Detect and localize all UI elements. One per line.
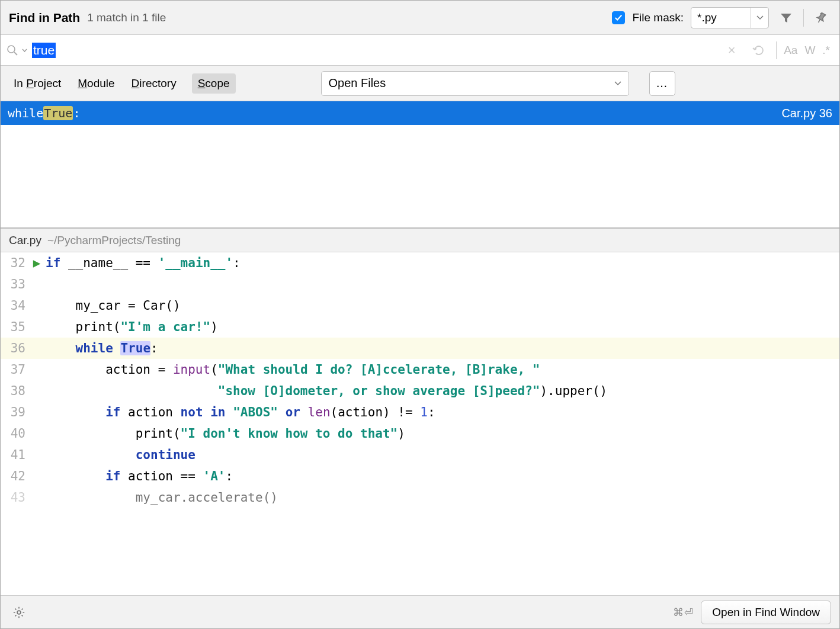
filter-icon[interactable] [776, 8, 796, 28]
result-file: Car.py [781, 107, 816, 120]
preview-filename: Car.py [9, 234, 41, 247]
gear-icon[interactable] [9, 602, 29, 622]
pin-icon[interactable] [811, 8, 831, 28]
results-area [1, 125, 839, 229]
tab-scope[interactable]: Scope [192, 73, 236, 94]
search-input[interactable]: true [32, 43, 722, 58]
open-in-find-window-button[interactable]: Open in Find Window [701, 601, 831, 624]
result-line: 36 [819, 107, 832, 120]
preview-header: Car.py ~/PycharmProjects/Testing [1, 229, 839, 252]
shortcut-hint: ⌘⏎ [673, 606, 694, 619]
search-bar: true × Aa W .* [1, 35, 839, 66]
preview-path: ~/PycharmProjects/Testing [47, 234, 181, 247]
search-icon [7, 44, 18, 56]
file-mask-input[interactable] [691, 11, 751, 24]
chevron-down-icon[interactable] [751, 8, 768, 28]
chevron-down-icon [614, 81, 621, 86]
result-prefix: while [8, 106, 43, 120]
history-icon[interactable] [749, 40, 769, 60]
separator [776, 41, 777, 59]
tab-directory[interactable]: Directory [130, 75, 178, 92]
run-gutter-icon[interactable]: ▶ [30, 252, 43, 274]
code-preview[interactable]: 32 ▶ if __name__ == '__main__': 33 34 my… [1, 252, 839, 595]
line-number: 32 [1, 252, 30, 274]
scope-select-value: Open Files [329, 76, 386, 90]
result-match: True [43, 106, 73, 120]
separator [803, 9, 804, 27]
tab-module[interactable]: Module [76, 75, 116, 92]
svg-point-2 [17, 611, 21, 614]
words-toggle[interactable]: W [804, 44, 815, 57]
tab-in-project[interactable]: In Project [12, 75, 62, 92]
browse-button[interactable]: … [649, 71, 675, 96]
match-case-toggle[interactable]: Aa [784, 44, 797, 57]
scope-bar: In Project Module Directory Scope Open F… [1, 66, 839, 101]
clear-icon[interactable]: × [722, 40, 742, 60]
file-mask-label: File mask: [632, 11, 684, 24]
match-count: 1 match in 1 file [87, 11, 166, 24]
search-result-row[interactable]: while True: Car.py 36 [1, 101, 839, 125]
search-dropdown-icon[interactable] [22, 49, 27, 52]
file-mask-checkbox[interactable] [612, 11, 625, 24]
current-match-line: 36 while True: [1, 338, 839, 359]
bottom-bar: ⌘⏎ Open in Find Window [1, 595, 839, 628]
result-suffix: : [73, 106, 80, 120]
dialog-title: Find in Path [9, 11, 80, 25]
file-mask-combo[interactable] [691, 7, 769, 28]
svg-point-0 [8, 46, 15, 53]
svg-line-1 [14, 52, 17, 55]
search-query-text: true [32, 43, 56, 58]
scope-select[interactable]: Open Files [321, 71, 629, 96]
regex-toggle[interactable]: .* [822, 44, 830, 57]
titlebar: Find in Path 1 match in 1 file File mask… [1, 1, 839, 35]
